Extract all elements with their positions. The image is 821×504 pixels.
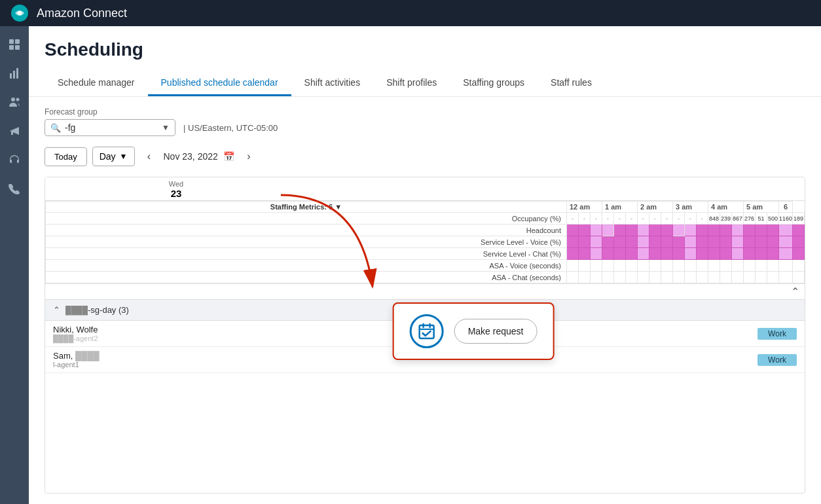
app-title: Amazon Connect <box>37 7 127 20</box>
metrics-cell-3-18 <box>778 248 792 260</box>
sidebar-item-home[interactable] <box>1 31 27 58</box>
sidebar-item-analytics[interactable] <box>1 60 27 86</box>
main-content: Scheduling Schedule manager Published sc… <box>29 26 821 504</box>
timezone-display: | US/Eastern, UTC-05:00 <box>183 123 278 133</box>
metrics-cell-1-10 <box>684 225 696 236</box>
metrics-cell-3-0 <box>566 248 578 260</box>
tab-shift-profiles[interactable]: Shift profiles <box>373 71 450 96</box>
time-4am: 4 am <box>708 202 743 213</box>
staff-section: ⌃ ████ -sg-day (3) Nikki, Wolfe ████-age… <box>45 300 805 373</box>
metrics-cell-5-10 <box>684 272 696 283</box>
day-header: Wed 23 <box>45 177 805 201</box>
collapse-row: ⌃ <box>45 284 805 300</box>
schedule-container: Wed 23 Staffing Metrics: 6 ▼ 12 am <box>45 177 805 494</box>
svg-point-1 <box>18 11 22 15</box>
metrics-cell-4-16 <box>755 260 767 272</box>
metrics-cell-2-16 <box>755 236 767 248</box>
staffing-metrics-header[interactable]: Staffing Metrics: 6 ▼ <box>46 202 567 213</box>
metrics-cell-5-9 <box>672 272 684 283</box>
metrics-cell-2-8 <box>661 236 672 248</box>
metrics-cell-5-18 <box>778 272 792 283</box>
metrics-cell-5-11 <box>696 272 708 283</box>
metrics-cell-4-2 <box>590 260 602 272</box>
next-date-button[interactable]: › <box>240 147 258 166</box>
metrics-cell-4-0 <box>566 260 578 272</box>
tab-staffing-groups[interactable]: Staffing groups <box>450 71 538 96</box>
chevron-down-icon: ▼ <box>162 123 170 132</box>
metrics-cell-1-2 <box>590 225 602 236</box>
metrics-label-5: ASA - Chat (seconds) <box>46 272 567 283</box>
metrics-cell-0-13: 239 <box>720 213 731 225</box>
tab-shift-activities[interactable]: Shift activities <box>291 71 374 96</box>
make-request-popup: Make request <box>393 302 555 360</box>
metrics-cell-1-14 <box>731 225 743 236</box>
metrics-cell-0-15: 276 <box>743 213 755 225</box>
metrics-cell-0-8: - <box>661 213 672 225</box>
svg-rect-5 <box>15 45 20 50</box>
staff-sub-2: l-agent1 <box>53 361 100 369</box>
metrics-cell-2-0 <box>566 236 578 248</box>
metrics-cell-5-17 <box>767 272 778 283</box>
metrics-cell-3-2 <box>590 248 602 260</box>
metrics-cell-2-14 <box>731 236 743 248</box>
metrics-cell-5-14 <box>731 272 743 283</box>
metrics-cell-5-5 <box>625 272 637 283</box>
metrics-cell-0-6: - <box>637 213 649 225</box>
metrics-label-4: ASA - Voice (seconds) <box>46 260 567 272</box>
staff-work-bar-1: Work <box>757 328 797 340</box>
sidebar-item-phone[interactable] <box>1 175 27 202</box>
forecast-select[interactable]: 🔍 -fg ▼ <box>45 119 175 136</box>
svg-rect-4 <box>9 45 14 50</box>
metrics-cell-1-19 <box>793 225 805 236</box>
day-view-select[interactable]: Day ▼ <box>92 147 135 166</box>
metrics-cell-0-19: 189 <box>793 213 805 225</box>
metrics-cell-2-18 <box>778 236 792 248</box>
svg-rect-3 <box>15 39 20 44</box>
sidebar-item-headset[interactable] <box>1 147 27 173</box>
staff-info-2: Sam, ████ l-agent1 <box>53 351 100 369</box>
metrics-cell-5-7 <box>649 272 661 283</box>
tab-schedule-manager[interactable]: Schedule manager <box>45 71 148 96</box>
day-view-label: Day <box>100 151 116 162</box>
metrics-cell-1-5 <box>625 225 637 236</box>
today-button[interactable]: Today <box>45 147 87 166</box>
sidebar-item-users[interactable] <box>1 89 27 115</box>
metrics-cell-0-16: 51 <box>755 213 767 225</box>
calendar-icon[interactable]: 📅 <box>223 151 234 162</box>
metrics-cell-1-9 <box>672 225 684 236</box>
metrics-cell-3-6 <box>637 248 649 260</box>
metrics-cell-5-16 <box>755 272 767 283</box>
svg-rect-2 <box>9 39 14 44</box>
svg-point-9 <box>11 98 15 101</box>
metrics-cell-0-1: - <box>578 213 590 225</box>
metrics-cell-4-19 <box>793 260 805 272</box>
metrics-cell-2-7 <box>649 236 661 248</box>
calendar-nav: Today Day ▼ ‹ Nov 23, 2022 📅 › <box>45 147 805 166</box>
metrics-cell-0-17: 500 <box>767 213 778 225</box>
sidebar-item-campaigns[interactable] <box>1 118 27 144</box>
metrics-cell-1-15 <box>743 225 755 236</box>
metrics-cell-1-4 <box>613 225 625 236</box>
metrics-cell-5-3 <box>602 272 613 283</box>
tabs-bar: Schedule manager Published schedule cale… <box>45 71 805 96</box>
metrics-cell-5-15 <box>743 272 755 283</box>
work-label-2: Work <box>757 354 797 366</box>
metrics-cell-5-0 <box>566 272 578 283</box>
tab-staff-rules[interactable]: Staff rules <box>538 71 605 96</box>
metrics-cell-1-1 <box>578 225 590 236</box>
prev-date-button[interactable]: ‹ <box>140 147 158 166</box>
collapse-metrics-button[interactable]: ⌃ <box>791 285 799 298</box>
metrics-cell-3-12 <box>708 248 720 260</box>
group-chevron-icon[interactable]: ⌃ <box>53 305 60 315</box>
metrics-cell-3-15 <box>743 248 755 260</box>
metrics-cell-4-5 <box>625 260 637 272</box>
forecast-select-value: -fg <box>65 122 162 133</box>
make-request-button[interactable]: Make request <box>454 319 538 344</box>
metrics-cell-1-6 <box>637 225 649 236</box>
metrics-cell-0-5: - <box>625 213 637 225</box>
tab-published-calendar[interactable]: Published schedule calendar <box>148 71 291 96</box>
metrics-cell-3-11 <box>696 248 708 260</box>
time-1am: 1 am <box>602 202 637 213</box>
metrics-cell-2-4 <box>613 236 625 248</box>
metrics-cell-2-15 <box>743 236 755 248</box>
